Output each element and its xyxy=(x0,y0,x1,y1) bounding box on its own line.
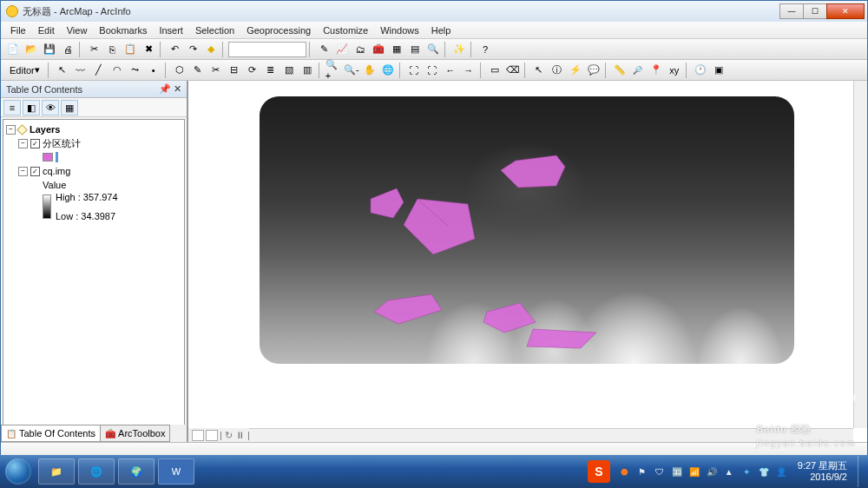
fixed-zoom-in[interactable]: ⛶ xyxy=(405,62,423,79)
menu-bookmarks[interactable]: Bookmarks xyxy=(93,23,153,37)
zone-polygon-4[interactable] xyxy=(374,294,442,324)
menu-geoprocessing[interactable]: Geoprocessing xyxy=(240,23,317,37)
cut-button[interactable]: ✂ xyxy=(85,41,102,58)
map-viewport[interactable] xyxy=(202,81,853,426)
map-scrollbar-v[interactable] xyxy=(853,81,867,428)
fixed-zoom-out[interactable]: ⛶ xyxy=(424,62,441,79)
time-slider-button[interactable]: 🕐 xyxy=(692,62,709,79)
full-extent-button[interactable]: 🌐 xyxy=(379,62,397,79)
menu-view[interactable]: View xyxy=(61,23,94,37)
search-button[interactable]: 🔍 xyxy=(424,41,442,58)
system-clock[interactable]: 9:27 星期五 2016/9/2 xyxy=(792,460,852,482)
identify-tool[interactable]: ⓘ xyxy=(549,62,566,79)
expander-layer1[interactable]: − xyxy=(18,139,28,148)
rotate-tool[interactable]: ⟳ xyxy=(244,62,261,79)
zone-polygon-6[interactable] xyxy=(527,329,596,348)
list-by-selection[interactable]: ▦ xyxy=(61,100,78,115)
clear-selection-button[interactable]: ⌫ xyxy=(504,62,522,79)
layer2-name[interactable]: cq.img xyxy=(43,166,70,176)
measure-tool[interactable]: 📏 xyxy=(611,62,628,79)
show-desktop-button[interactable] xyxy=(858,456,866,487)
catalog-button[interactable]: 🗂 xyxy=(352,41,369,58)
tab-toc[interactable]: 📋 Table Of Contents xyxy=(1,425,101,442)
find-route-tool[interactable]: 📍 xyxy=(648,62,665,79)
attributes-button[interactable]: ≣ xyxy=(262,62,279,79)
model-button[interactable]: ▤ xyxy=(406,41,424,58)
add-data-button[interactable]: ◆ xyxy=(202,41,220,58)
zoom-in-tool[interactable]: 🔍+ xyxy=(325,62,342,79)
layer1-name[interactable]: 分区统计 xyxy=(43,137,81,150)
task-arcmap[interactable]: 🌍 xyxy=(118,458,155,485)
tray-misc3-icon[interactable]: 👤 xyxy=(775,465,787,478)
tray-network-icon[interactable]: 📶 xyxy=(688,465,700,478)
scale-combo[interactable] xyxy=(228,42,306,57)
map-scrollbar-h[interactable] xyxy=(249,428,853,442)
menu-windows[interactable]: Windows xyxy=(374,23,425,37)
goto-xy-tool[interactable]: xy xyxy=(666,62,683,79)
graph-icon[interactable]: 📈 xyxy=(333,41,351,58)
list-by-drawing-order[interactable]: ≡ xyxy=(3,100,21,115)
point-tool[interactable]: • xyxy=(145,62,162,79)
edit-vertices[interactable]: ⬡ xyxy=(171,62,188,79)
tray-flag-icon[interactable]: ⚑ xyxy=(636,465,648,478)
zone-polygon-3[interactable] xyxy=(404,199,475,254)
split-tool[interactable]: ⊟ xyxy=(226,62,243,79)
zone-polygon-5[interactable] xyxy=(483,303,536,333)
toc-tree[interactable]: − Layers − ✓ 分区统计 − ✓ cq.img xyxy=(3,119,185,440)
start-button[interactable] xyxy=(0,455,36,488)
tray-misc2-icon[interactable]: 👕 xyxy=(758,465,770,478)
menu-edit[interactable]: Edit xyxy=(32,23,61,37)
close-button[interactable]: ✕ xyxy=(826,3,865,19)
menu-customize[interactable]: Customize xyxy=(317,23,374,37)
tray-up-icon[interactable]: ▲ xyxy=(723,465,735,478)
maximize-button[interactable]: ☐ xyxy=(803,3,827,19)
paste-button[interactable]: 📋 xyxy=(122,41,139,58)
list-by-visibility[interactable]: 👁 xyxy=(42,100,59,115)
tray-lan-icon[interactable]: 🈁 xyxy=(671,465,683,478)
sogou-ime-icon[interactable]: S xyxy=(588,460,610,483)
hyperlink-tool[interactable]: ⚡ xyxy=(567,62,584,79)
layout-view-tab[interactable] xyxy=(206,430,218,441)
editor-dropdown[interactable]: Editor ▾ xyxy=(4,62,45,79)
minimize-button[interactable]: — xyxy=(779,3,804,19)
data-view-tab[interactable] xyxy=(192,430,204,441)
edit-annotation[interactable]: 〰 xyxy=(72,62,89,79)
find-tool[interactable]: 🔎 xyxy=(629,62,647,79)
forward-extent-button[interactable]: → xyxy=(460,62,477,79)
reshape-tool[interactable]: ✎ xyxy=(189,62,207,79)
menu-help[interactable]: Help xyxy=(425,23,457,37)
expander-layer2[interactable]: − xyxy=(18,167,28,176)
copy-button[interactable]: ⎘ xyxy=(103,41,121,58)
print-button[interactable]: 🖨 xyxy=(59,41,76,58)
task-word[interactable]: W xyxy=(158,458,194,485)
env-button[interactable]: ✨ xyxy=(450,41,468,58)
zoom-out-tool[interactable]: 🔍- xyxy=(343,62,360,79)
task-explorer[interactable]: 📁 xyxy=(38,458,75,485)
layers-root[interactable]: Layers xyxy=(30,124,60,135)
tab-arctoolbox[interactable]: 🧰 ArcToolbox xyxy=(100,425,170,442)
create-viewer-button[interactable]: ▣ xyxy=(710,62,727,79)
layer1-checkbox[interactable]: ✓ xyxy=(30,139,40,148)
python-button[interactable]: ▦ xyxy=(388,41,405,58)
menu-file[interactable]: File xyxy=(4,23,32,37)
layer2-gradient-swatch[interactable] xyxy=(43,195,51,219)
toc-close-icon[interactable]: ✕ xyxy=(174,83,181,95)
sketch-props[interactable]: ▧ xyxy=(280,62,298,79)
layer1-symbol-outline[interactable] xyxy=(56,152,58,162)
layer2-checkbox[interactable]: ✓ xyxy=(30,167,40,176)
expander-layers[interactable]: − xyxy=(6,125,16,135)
editor-toolbar-icon[interactable]: ✎ xyxy=(315,41,332,58)
help-button[interactable]: ? xyxy=(477,41,494,58)
tray-volume-icon[interactable]: 🔊 xyxy=(706,465,718,478)
html-popup-tool[interactable]: 💬 xyxy=(585,62,602,79)
zone-polygon-1[interactable] xyxy=(501,155,565,188)
open-button[interactable]: 📂 xyxy=(23,41,40,58)
toolbox-button[interactable]: 🧰 xyxy=(370,41,387,58)
menu-insert[interactable]: Insert xyxy=(153,23,189,37)
create-features[interactable]: ▥ xyxy=(299,62,316,79)
redo-button[interactable]: ↷ xyxy=(184,41,201,58)
tray-security-icon[interactable]: ⬣ xyxy=(619,465,631,478)
trace-tool[interactable]: ⤳ xyxy=(127,62,144,79)
edit-tool[interactable]: ↖ xyxy=(54,62,71,79)
straight-segment[interactable]: ╱ xyxy=(90,62,108,79)
